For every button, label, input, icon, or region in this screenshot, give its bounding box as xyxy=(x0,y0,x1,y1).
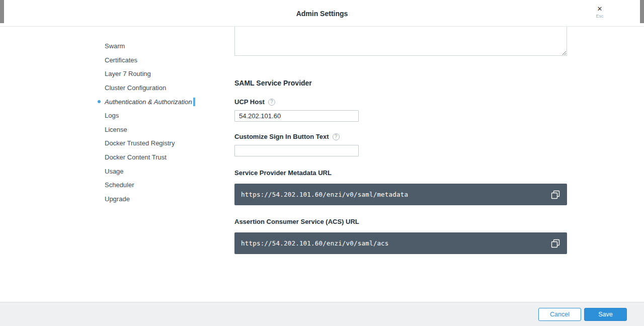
settings-main-panel: SAML Service Provider UCP Host ? Customi… xyxy=(234,27,567,254)
modal-body: Swarm Certificates Layer 7 Routing Clust… xyxy=(0,27,644,302)
sidebar-item-cluster-configuration[interactable]: Cluster Configuration xyxy=(105,81,220,95)
page-title: Admin Settings xyxy=(0,0,644,27)
help-icon[interactable]: ? xyxy=(333,133,340,140)
copy-icon xyxy=(550,190,560,200)
sidebar-item-layer-7-routing[interactable]: Layer 7 Routing xyxy=(105,67,220,81)
sidebar-item-upgrade[interactable]: Upgrade xyxy=(105,192,220,206)
text-cursor-icon xyxy=(193,98,195,106)
cancel-button[interactable]: Cancel xyxy=(538,308,581,321)
acs-url-label: Assertion Consumer Service (ACS) URL xyxy=(234,218,567,225)
sidebar-item-license[interactable]: License xyxy=(105,123,220,137)
backdrop-corner-left xyxy=(0,0,4,23)
modal-header: Admin Settings ✕ Esc xyxy=(0,0,644,27)
sign-in-button-text-label: Customize Sign In Button Text ? xyxy=(234,133,567,140)
settings-sidebar: Swarm Certificates Layer 7 Routing Clust… xyxy=(105,39,220,206)
active-bullet-icon xyxy=(98,100,101,103)
copy-icon xyxy=(550,238,560,249)
sidebar-item-scheduler[interactable]: Scheduler xyxy=(105,178,220,192)
acs-url-value: https://54.202.101.60/enzi/v0/saml/acs xyxy=(241,239,550,247)
ucp-host-label: UCP Host ? xyxy=(234,98,567,106)
saml-config-textarea[interactable] xyxy=(234,27,567,56)
sidebar-item-usage[interactable]: Usage xyxy=(105,164,220,178)
sidebar-item-authentication-authorization[interactable]: Authentication & Authorization xyxy=(105,95,220,109)
metadata-url-value: https://54.202.101.60/enzi/v0/saml/metad… xyxy=(241,191,550,198)
backdrop-corner-right xyxy=(640,0,644,23)
sidebar-item-logs[interactable]: Logs xyxy=(105,109,220,123)
close-icon[interactable]: ✕ xyxy=(597,6,603,13)
modal-footer: Cancel Save xyxy=(0,302,644,326)
section-title: SAML Service Provider xyxy=(234,79,567,87)
metadata-url-box: https://54.202.101.60/enzi/v0/saml/metad… xyxy=(234,184,567,205)
close-button[interactable]: ✕ Esc xyxy=(593,6,607,19)
copy-button[interactable] xyxy=(550,190,560,200)
sidebar-item-docker-trusted-registry[interactable]: Docker Trusted Registry xyxy=(105,136,220,150)
sidebar-item-certificates[interactable]: Certificates xyxy=(105,53,220,67)
sidebar-item-swarm[interactable]: Swarm xyxy=(105,39,220,53)
copy-button[interactable] xyxy=(550,238,560,249)
metadata-url-label: Service Provider Metadata URL xyxy=(234,169,567,177)
save-button[interactable]: Save xyxy=(584,308,627,321)
help-icon[interactable]: ? xyxy=(268,99,275,106)
sign-in-button-text-input[interactable] xyxy=(234,145,359,156)
esc-hint: Esc xyxy=(596,14,603,19)
ucp-host-input[interactable] xyxy=(234,110,359,122)
sidebar-item-docker-content-trust[interactable]: Docker Content Trust xyxy=(105,150,220,165)
acs-url-box: https://54.202.101.60/enzi/v0/saml/acs xyxy=(234,232,567,254)
